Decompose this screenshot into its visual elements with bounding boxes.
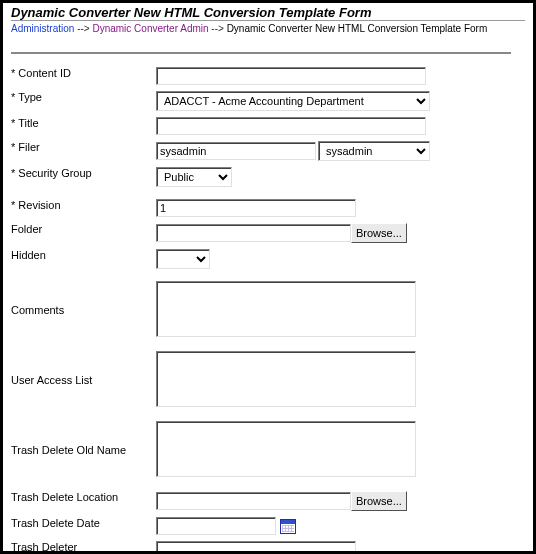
label-filer: * Filer — [11, 138, 156, 164]
trash-deleter-input[interactable] — [156, 541, 356, 554]
trash-delete-old-name-textarea[interactable] — [156, 421, 416, 477]
breadcrumb: Administration --> Dynamic Converter Adm… — [11, 23, 525, 34]
label-security-group: * Security Group — [11, 164, 156, 190]
content-id-input[interactable] — [156, 67, 426, 85]
title-divider — [11, 20, 525, 21]
filer-input[interactable] — [156, 142, 316, 160]
label-trash-deleter: Trash Deleter — [11, 538, 156, 554]
filer-select[interactable]: sysadmin — [318, 141, 430, 161]
revision-input[interactable] — [156, 199, 356, 217]
breadcrumb-sep: --> — [77, 23, 92, 34]
title-input[interactable] — [156, 117, 426, 135]
breadcrumb-administration[interactable]: Administration — [11, 23, 74, 34]
breadcrumb-current: Dynamic Converter New HTML Conversion Te… — [227, 23, 488, 34]
label-type: * Type — [11, 88, 156, 114]
label-content-id: * Content ID — [11, 64, 156, 88]
type-select[interactable]: ADACCT - Acme Accounting Department — [156, 91, 430, 111]
label-user-access-list: User Access List — [11, 348, 156, 412]
calendar-icon[interactable] — [280, 519, 296, 534]
page-title: Dynamic Converter New HTML Conversion Te… — [11, 5, 525, 20]
hidden-select[interactable] — [156, 249, 210, 269]
trash-delete-location-browse-button[interactable]: Browse... — [351, 491, 407, 511]
breadcrumb-sep: --> — [211, 23, 226, 34]
label-title: * Title — [11, 114, 156, 138]
label-trash-delete-old-name: Trash Delete Old Name — [11, 418, 156, 482]
trash-delete-date-input[interactable] — [156, 517, 276, 535]
trash-delete-location-input[interactable] — [156, 492, 351, 510]
user-access-list-textarea[interactable] — [156, 351, 416, 407]
breadcrumb-dynamic-converter-admin[interactable]: Dynamic Converter Admin — [92, 23, 208, 34]
label-comments: Comments — [11, 278, 156, 342]
section-divider — [11, 52, 511, 54]
security-group-select[interactable]: Public — [156, 167, 232, 187]
label-trash-delete-location: Trash Delete Location — [11, 488, 156, 514]
label-folder: Folder — [11, 220, 156, 246]
folder-browse-button[interactable]: Browse... — [351, 223, 407, 243]
label-hidden: Hidden — [11, 246, 156, 272]
folder-input[interactable] — [156, 224, 351, 242]
label-trash-delete-date: Trash Delete Date — [11, 514, 156, 538]
label-revision: * Revision — [11, 196, 156, 220]
comments-textarea[interactable] — [156, 281, 416, 337]
